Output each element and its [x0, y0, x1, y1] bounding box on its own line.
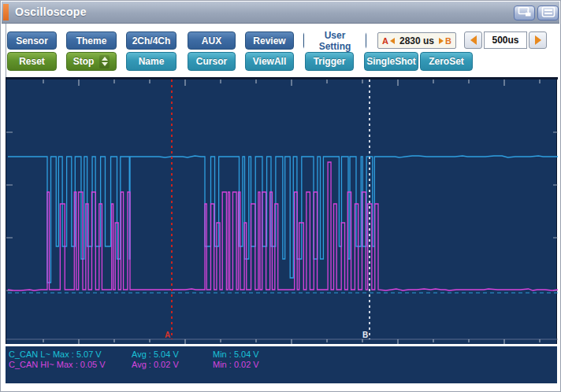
sensor-button[interactable]: Sensor [7, 31, 57, 50]
window-title: Oscilloscope [15, 6, 87, 18]
aux-button-label: AUX [202, 35, 221, 46]
restore-window-button[interactable] [514, 6, 535, 20]
trigger-button[interactable]: Trigger [305, 52, 354, 71]
waveform-canvas: AB [6, 77, 558, 344]
measurement-row-can-l: C_CAN L~ Max : 5.07 V Avg : 5.04 V Min :… [6, 349, 557, 360]
channel-2-avg: Avg : 0.02 V [132, 360, 179, 369]
waveform-plot-area[interactable]: AB [6, 77, 557, 344]
2ch-4ch-button-label: 2Ch/4Ch [132, 35, 171, 46]
cursor-button-label: Cursor [196, 56, 227, 67]
cursor-b-label: B [445, 36, 451, 46]
left-arrow-icon [470, 35, 477, 45]
trace-can-l [8, 156, 558, 283]
singleshot-button[interactable]: SingleShot [364, 52, 418, 71]
cursor-b-arrow-icon [439, 38, 444, 44]
theme-button[interactable]: Theme [66, 31, 117, 50]
restore-window-icon [518, 6, 532, 20]
spinner-down-icon [102, 62, 108, 66]
cursor-b-plot-label: B [362, 331, 368, 339]
left-frame-line [6, 24, 6, 77]
stop-run-button[interactable]: Stop [66, 52, 117, 71]
channel-2-max: Max : 0.05 V [57, 360, 106, 369]
timebase-decrease-button[interactable] [464, 31, 482, 49]
timebase-increase-button[interactable] [529, 31, 547, 49]
viewall-button-label: ViewAll [253, 56, 286, 67]
review-button-label: Review [253, 35, 285, 46]
spinner-up-icon [102, 57, 108, 61]
maximize-window-button[interactable] [537, 6, 559, 20]
titlebar[interactable]: Oscilloscope [2, 2, 559, 24]
channel-2-min: Min : 0.02 V [213, 360, 259, 369]
app-accent-bar [3, 4, 9, 20]
maximize-window-icon [541, 6, 555, 20]
channel-1-max: Max : 5.07 V [53, 349, 102, 359]
stop-button-label: Stop [73, 56, 95, 67]
measurement-panel: C_CAN L~ Max : 5.07 V Avg : 5.04 V Min :… [6, 346, 557, 383]
channel-1-min: Min : 5.04 V [213, 349, 259, 359]
review-button[interactable]: Review [245, 31, 294, 50]
2ch-4ch-button[interactable]: 2Ch/4Ch [126, 31, 176, 50]
plot-top-frame [6, 77, 558, 80]
reset-button[interactable]: Reset [7, 52, 57, 71]
channel-1-avg: Avg : 5.04 V [132, 349, 179, 359]
measurement-row-can-hi: C_CAN HI~ Max : 0.05 V Avg : 0.02 V Min … [6, 360, 557, 370]
singleshot-button-label: SingleShot [366, 56, 416, 67]
timebase-value: 500us [484, 31, 527, 49]
stop-spinner-icon[interactable] [99, 55, 110, 68]
user-setting-button[interactable]: User Setting [303, 31, 366, 50]
right-arrow-icon [535, 35, 541, 45]
oscilloscope-window: Oscilloscope Sensor Theme 2Ch/4Ch [0, 0, 561, 392]
name-button[interactable]: Name [126, 52, 176, 71]
cursor-a-label: A [382, 36, 388, 46]
user-setting-button-label: User Setting [304, 29, 366, 53]
cursor-delta-readout[interactable]: A 2830 us B [377, 32, 456, 49]
viewall-button[interactable]: ViewAll [245, 52, 294, 71]
zeroset-button[interactable]: ZeroSet [420, 52, 473, 71]
cursor-delta-value: 2830 us [395, 35, 439, 46]
cursor-button[interactable]: Cursor [188, 52, 236, 71]
aux-button[interactable]: AUX [188, 31, 236, 50]
channel-2-label: C_CAN HI~ [9, 360, 54, 369]
theme-button-label: Theme [76, 35, 107, 46]
trigger-button-label: Trigger [314, 56, 346, 67]
name-button-label: Name [139, 56, 165, 67]
cursor-a-plot-label: A [165, 331, 170, 339]
zeroset-button-label: ZeroSet [429, 56, 464, 67]
reset-button-label: Reset [19, 56, 45, 67]
sensor-button-label: Sensor [16, 35, 48, 46]
channel-1-label: C_CAN L~ [9, 349, 50, 359]
